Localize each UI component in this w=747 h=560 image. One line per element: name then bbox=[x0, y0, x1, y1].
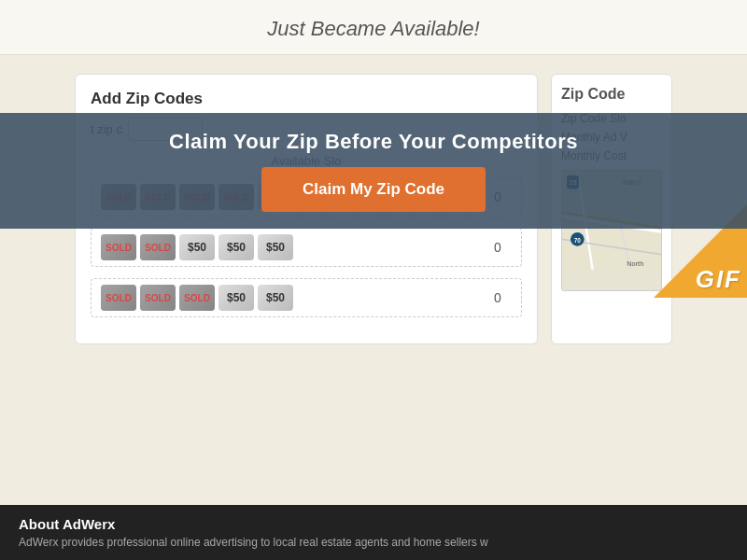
footer-title: About AdWerx bbox=[19, 516, 728, 532]
slot-badges: SOLD SOLD SOLD $50 $50 bbox=[101, 285, 484, 311]
gif-label: GIF bbox=[696, 265, 741, 294]
slot-row: SOLD SOLD $50 $50 $50 0 bbox=[91, 228, 522, 267]
badge-price[interactable]: $50 bbox=[258, 234, 293, 260]
footer: About AdWerx AdWerx provides professiona… bbox=[0, 505, 747, 560]
badge-price[interactable]: $50 bbox=[258, 285, 293, 311]
badge-sold: SOLD bbox=[101, 234, 136, 260]
overlay-banner-title: Claim Your Zip Before Your Competitors bbox=[169, 130, 578, 154]
footer-text: AdWerx provides professional online adve… bbox=[19, 536, 728, 549]
svg-text:North: North bbox=[627, 259, 643, 268]
overlay-banner: Claim Your Zip Before Your Competitors C… bbox=[0, 113, 747, 229]
badge-price[interactable]: $50 bbox=[218, 285, 254, 311]
badge-sold: SOLD bbox=[140, 234, 176, 260]
slot-count: 0 bbox=[484, 290, 512, 305]
claim-zip-button[interactable]: Claim My Zip Code bbox=[261, 167, 486, 212]
badge-price[interactable]: $50 bbox=[179, 234, 215, 260]
badge-price[interactable]: $50 bbox=[218, 234, 254, 260]
slot-row: SOLD SOLD SOLD $50 $50 0 bbox=[91, 278, 522, 317]
badge-sold: SOLD bbox=[101, 285, 136, 311]
page-header: Just Became Available! bbox=[0, 0, 747, 55]
slot-badges: SOLD SOLD $50 $50 $50 bbox=[101, 234, 484, 260]
left-panel-title: Add Zip Codes bbox=[91, 90, 522, 108]
header-title: Just Became Available! bbox=[267, 17, 479, 40]
slot-count: 0 bbox=[484, 240, 512, 255]
svg-text:70: 70 bbox=[574, 237, 582, 244]
badge-sold: SOLD bbox=[179, 285, 215, 311]
badge-sold: SOLD bbox=[140, 285, 176, 311]
right-panel-title: Zip Code bbox=[561, 86, 662, 103]
